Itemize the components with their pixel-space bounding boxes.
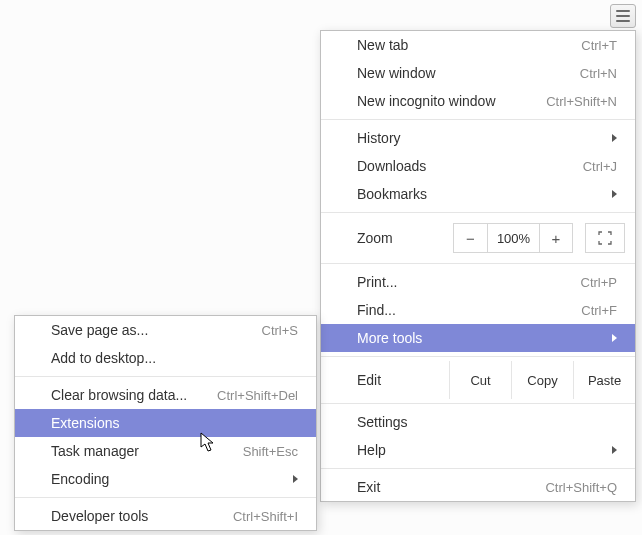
edit-label: Edit <box>321 361 449 399</box>
menu-shortcut: Shift+Esc <box>243 444 298 459</box>
hamburger-icon <box>616 10 630 12</box>
menu-label: Print... <box>357 274 397 290</box>
menu-item-print[interactable]: Print... Ctrl+P <box>321 268 635 296</box>
menu-separator <box>321 263 635 264</box>
submenu-arrow-icon <box>293 475 298 483</box>
menu-separator <box>321 468 635 469</box>
zoom-out-button[interactable]: − <box>453 223 487 253</box>
zoom-in-button[interactable]: + <box>539 223 573 253</box>
menu-label: Downloads <box>357 158 426 174</box>
menu-item-find[interactable]: Find... Ctrl+F <box>321 296 635 324</box>
menu-label: New incognito window <box>357 93 496 109</box>
menu-label: Find... <box>357 302 396 318</box>
menu-label: Developer tools <box>51 508 148 524</box>
menu-item-exit[interactable]: Exit Ctrl+Shift+Q <box>321 473 635 501</box>
menu-item-history[interactable]: History <box>321 124 635 152</box>
menu-item-zoom: Zoom − 100% + <box>321 217 635 259</box>
zoom-label: Zoom <box>357 230 453 246</box>
submenu-item-dev-tools[interactable]: Developer tools Ctrl+Shift+I <box>15 502 316 530</box>
menu-shortcut: Ctrl+Shift+N <box>546 94 617 109</box>
menu-separator <box>321 356 635 357</box>
menu-label: History <box>357 130 401 146</box>
menu-label: Bookmarks <box>357 186 427 202</box>
menu-label: New tab <box>357 37 408 53</box>
submenu-arrow-icon <box>612 134 617 142</box>
fullscreen-icon <box>598 231 612 245</box>
menu-item-edit: Edit Cut Copy Paste <box>321 361 635 399</box>
menu-item-new-window[interactable]: New window Ctrl+N <box>321 59 635 87</box>
menu-label: Encoding <box>51 471 109 487</box>
zoom-value: 100% <box>487 223 539 253</box>
menu-shortcut: Ctrl+Shift+Q <box>545 480 617 495</box>
menu-separator <box>321 212 635 213</box>
menu-shortcut: Ctrl+Shift+I <box>233 509 298 524</box>
menu-item-incognito[interactable]: New incognito window Ctrl+Shift+N <box>321 87 635 115</box>
submenu-item-task-manager[interactable]: Task manager Shift+Esc <box>15 437 316 465</box>
submenu-item-save-page[interactable]: Save page as... Ctrl+S <box>15 316 316 344</box>
menu-separator <box>15 376 316 377</box>
menu-label: Help <box>357 442 386 458</box>
submenu-arrow-icon <box>612 446 617 454</box>
menu-shortcut: Ctrl+T <box>581 38 617 53</box>
submenu-item-add-desktop[interactable]: Add to desktop... <box>15 344 316 372</box>
menu-item-settings[interactable]: Settings <box>321 408 635 436</box>
menu-shortcut: Ctrl+P <box>581 275 617 290</box>
menu-item-bookmarks[interactable]: Bookmarks <box>321 180 635 208</box>
menu-item-more-tools[interactable]: More tools <box>321 324 635 352</box>
menu-separator <box>321 403 635 404</box>
menu-label: Extensions <box>51 415 119 431</box>
menu-separator <box>15 497 316 498</box>
menu-item-downloads[interactable]: Downloads Ctrl+J <box>321 152 635 180</box>
menu-label: More tools <box>357 330 422 346</box>
paste-button[interactable]: Paste <box>573 361 635 399</box>
menu-label: Task manager <box>51 443 139 459</box>
menu-shortcut: Ctrl+J <box>583 159 617 174</box>
hamburger-button[interactable] <box>610 4 636 28</box>
menu-shortcut: Ctrl+Shift+Del <box>217 388 298 403</box>
menu-label: Exit <box>357 479 380 495</box>
fullscreen-button[interactable] <box>585 223 625 253</box>
submenu-item-clear-data[interactable]: Clear browsing data... Ctrl+Shift+Del <box>15 381 316 409</box>
menu-separator <box>321 119 635 120</box>
zoom-controls: − 100% + <box>453 223 635 253</box>
submenu-arrow-icon <box>612 190 617 198</box>
menu-shortcut: Ctrl+S <box>262 323 298 338</box>
menu-label: Save page as... <box>51 322 148 338</box>
menu-shortcut: Ctrl+N <box>580 66 617 81</box>
copy-button[interactable]: Copy <box>511 361 573 399</box>
submenu-item-encoding[interactable]: Encoding <box>15 465 316 493</box>
cut-button[interactable]: Cut <box>449 361 511 399</box>
menu-label: Settings <box>357 414 408 430</box>
menu-label: Clear browsing data... <box>51 387 187 403</box>
menu-label: Add to desktop... <box>51 350 156 366</box>
submenu-arrow-icon <box>612 334 617 342</box>
main-menu: New tab Ctrl+T New window Ctrl+N New inc… <box>320 30 636 502</box>
menu-item-new-tab[interactable]: New tab Ctrl+T <box>321 31 635 59</box>
menu-item-help[interactable]: Help <box>321 436 635 464</box>
submenu-item-extensions[interactable]: Extensions <box>15 409 316 437</box>
more-tools-submenu: Save page as... Ctrl+S Add to desktop...… <box>14 315 317 531</box>
menu-label: New window <box>357 65 436 81</box>
menu-shortcut: Ctrl+F <box>581 303 617 318</box>
